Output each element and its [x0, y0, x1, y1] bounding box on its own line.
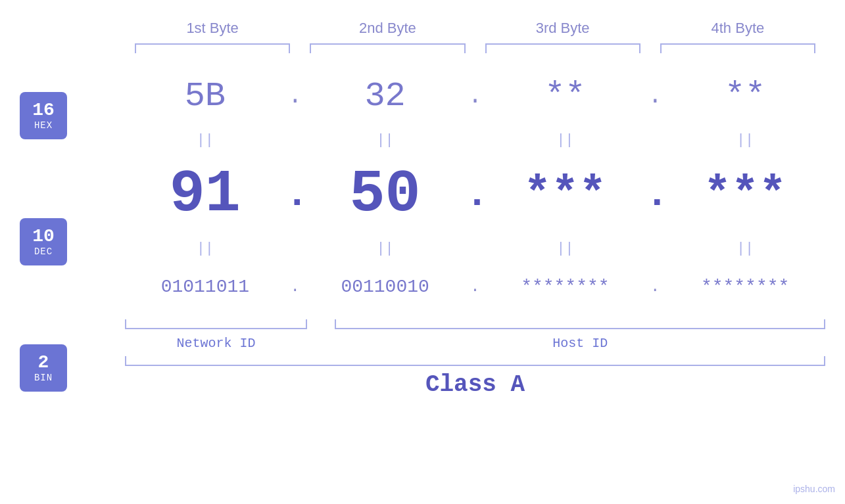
eq2-2: ||: [305, 241, 466, 257]
bin-byte-4: ********: [665, 277, 825, 297]
hex-byte-3: **: [485, 77, 646, 116]
eq1-3: ||: [485, 132, 646, 149]
bin-dot-3: .: [645, 278, 665, 296]
badges-column: 16 HEX 10 DEC 2 BIN: [20, 92, 67, 392]
bracket-3: [485, 43, 640, 53]
dec-badge-label: DEC: [34, 246, 53, 257]
dec-badge: 10 DEC: [20, 218, 67, 265]
hex-byte-1: 5B: [125, 77, 285, 116]
equals-row-2: || || || ||: [125, 237, 825, 260]
bin-byte-3: ********: [485, 277, 646, 297]
bin-badge-number: 2: [38, 353, 49, 373]
header-byte-3: 3rd Byte: [475, 20, 650, 37]
hex-dot-3: .: [645, 83, 665, 110]
eq1-2: ||: [305, 132, 466, 149]
hex-dot-2: .: [466, 83, 485, 110]
hex-values-row: 5B . 32 . ** . **: [125, 63, 825, 129]
bin-byte-2: 00110010: [305, 277, 466, 297]
bin-dot-1: .: [285, 278, 305, 296]
hex-badge-number: 16: [32, 101, 55, 121]
eq1-1: ||: [125, 132, 285, 149]
id-labels-row: Network ID Host ID: [125, 336, 825, 351]
dec-badge-number: 10: [32, 227, 55, 247]
hex-badge-label: HEX: [34, 120, 53, 131]
bin-dot-2: .: [466, 278, 485, 296]
eq2-4: ||: [665, 241, 825, 257]
bin-byte-1: 01011011: [125, 277, 285, 297]
byte-headers-row: 1st Byte 2nd Byte 3rd Byte 4th Byte: [125, 0, 825, 43]
hex-byte-2: 32: [305, 77, 466, 116]
dec-byte-2: 50: [305, 161, 466, 228]
hex-badge: 16 HEX: [20, 92, 67, 139]
bin-badge: 2 BIN: [20, 344, 67, 392]
top-brackets: [125, 43, 825, 57]
host-id-bracket: [335, 319, 825, 329]
bottom-brackets-row: [125, 319, 825, 332]
header-byte-4: 4th Byte: [650, 20, 825, 37]
hex-dot-1: .: [285, 83, 305, 110]
dec-dot-2: .: [466, 172, 485, 217]
full-bottom-bracket: [125, 356, 825, 366]
dec-byte-4: ***: [665, 169, 825, 221]
watermark: ipshu.com: [793, 484, 835, 494]
network-id-label: Network ID: [125, 336, 307, 351]
eq2-1: ||: [125, 241, 285, 257]
dec-byte-3: ***: [485, 169, 646, 221]
dec-byte-1: 91: [125, 161, 285, 228]
bin-values-row: 01011011 . 00110010 . ******** . *******…: [125, 260, 825, 313]
main-container: 16 HEX 10 DEC 2 BIN 1st Byte 2nd Byte 3r…: [0, 0, 845, 504]
eq2-3: ||: [485, 241, 646, 257]
bracket-4: [660, 43, 815, 53]
bin-badge-label: BIN: [34, 373, 53, 383]
host-id-label: Host ID: [335, 336, 825, 351]
bracket-2: [310, 43, 465, 53]
dec-dot-3: .: [645, 172, 665, 217]
header-byte-1: 1st Byte: [125, 20, 300, 37]
dec-dot-1: .: [285, 172, 305, 217]
hex-byte-4: **: [665, 77, 825, 116]
dec-values-row: 91 . 50 . *** . ***: [125, 152, 825, 237]
class-label: Class A: [125, 371, 825, 398]
eq1-4: ||: [665, 132, 825, 149]
bracket-1: [135, 43, 290, 53]
header-byte-2: 2nd Byte: [300, 20, 475, 37]
network-id-bracket: [125, 319, 307, 329]
equals-row-1: || || || ||: [125, 129, 825, 152]
